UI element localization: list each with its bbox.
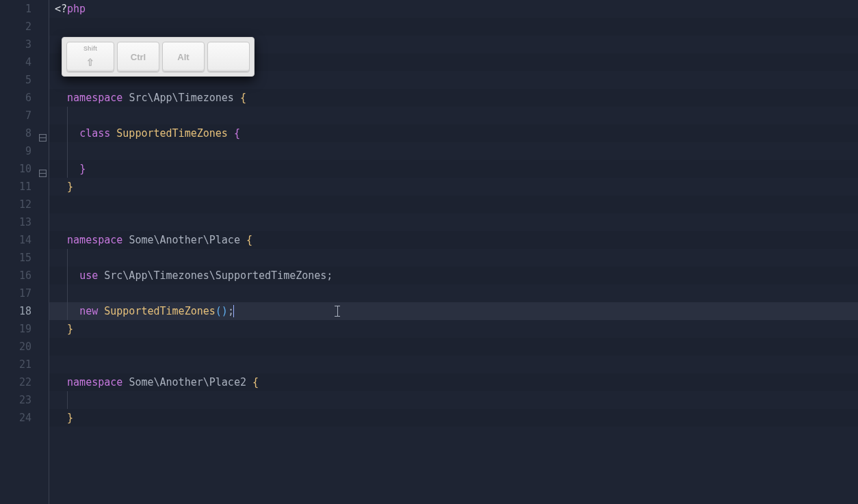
fold-gutter-cell bbox=[37, 53, 49, 71]
indent-guide bbox=[67, 302, 68, 320]
code-line[interactable] bbox=[49, 356, 858, 373]
indent-guide bbox=[67, 249, 68, 267]
line-number: 10 bbox=[0, 160, 31, 178]
code-line[interactable]: } bbox=[49, 178, 858, 196]
line-number: 24 bbox=[0, 409, 31, 427]
fold-gutter-cell bbox=[37, 249, 49, 267]
code-line[interactable]: namespace Src\App\Timezones { bbox=[49, 89, 858, 107]
text-caret bbox=[233, 305, 234, 317]
line-number: 20 bbox=[0, 338, 31, 356]
fold-gutter-cell bbox=[37, 356, 49, 373]
code-line[interactable] bbox=[49, 391, 858, 409]
fold-gutter-cell bbox=[37, 196, 49, 213]
fold-gutter-cell bbox=[37, 89, 49, 107]
line-number: 11 bbox=[0, 178, 31, 196]
fold-gutter-cell bbox=[37, 18, 49, 36]
fold-gutter-cell bbox=[37, 409, 49, 427]
line-number: 3 bbox=[0, 36, 31, 53]
fold-gutter-cell bbox=[37, 124, 49, 142]
code-line[interactable] bbox=[49, 196, 858, 213]
fold-gutter-cell bbox=[37, 284, 49, 302]
code-line[interactable]: } bbox=[49, 320, 858, 338]
fold-gutter-cell bbox=[37, 373, 49, 391]
line-number: 13 bbox=[0, 213, 31, 231]
line-number: 9 bbox=[0, 142, 31, 160]
line-number: 8 bbox=[0, 124, 31, 142]
fold-gutter-cell bbox=[37, 178, 49, 196]
shift-key: Shift ⇧ bbox=[66, 42, 114, 72]
fold-gutter-cell bbox=[37, 0, 49, 18]
line-number: 5 bbox=[0, 71, 31, 89]
blank-key bbox=[207, 42, 250, 72]
fold-gutter-cell bbox=[37, 320, 49, 338]
i-beam-cursor-icon bbox=[337, 306, 338, 317]
ctrl-key-label: Ctrl bbox=[131, 53, 146, 62]
shift-arrow-icon: ⇧ bbox=[86, 57, 94, 68]
code-line[interactable]: } bbox=[49, 409, 858, 427]
indent-guide bbox=[67, 107, 68, 124]
fold-gutter-cell bbox=[37, 267, 49, 284]
code-line[interactable] bbox=[49, 142, 858, 160]
line-number: 12 bbox=[0, 196, 31, 213]
indent-guide bbox=[67, 267, 68, 284]
indent-guide bbox=[67, 284, 68, 302]
line-number: 2 bbox=[0, 18, 31, 36]
line-number-gutter: 123456789101112131415161718192021222324 bbox=[0, 0, 37, 504]
code-line[interactable]: <?php bbox=[49, 0, 858, 18]
line-number: 7 bbox=[0, 107, 31, 124]
fold-gutter-cell bbox=[37, 391, 49, 409]
code-line[interactable] bbox=[49, 338, 858, 356]
line-number: 22 bbox=[0, 373, 31, 391]
indent-guide bbox=[67, 124, 68, 142]
alt-key: Alt bbox=[162, 42, 205, 72]
fold-gutter-cell bbox=[37, 338, 49, 356]
line-number: 15 bbox=[0, 249, 31, 267]
fold-gutter-cell bbox=[37, 231, 49, 249]
close-fold-icon[interactable] bbox=[39, 165, 47, 172]
line-number: 4 bbox=[0, 53, 31, 71]
code-line[interactable] bbox=[49, 284, 858, 302]
fold-gutter-cell bbox=[37, 213, 49, 231]
indent-guide bbox=[67, 142, 68, 160]
fold-gutter-cell bbox=[37, 160, 49, 178]
ctrl-key: Ctrl bbox=[117, 42, 159, 72]
code-line[interactable]: namespace Some\Another\Place2 { bbox=[49, 373, 858, 391]
fold-gutter-cell bbox=[37, 302, 49, 320]
shortcut-keys-overlay: Shift ⇧ Ctrl Alt bbox=[62, 37, 255, 77]
indent-guide bbox=[67, 160, 68, 178]
line-number: 23 bbox=[0, 391, 31, 409]
code-line[interactable] bbox=[49, 107, 858, 124]
line-number: 6 bbox=[0, 89, 31, 107]
line-number: 17 bbox=[0, 284, 31, 302]
fold-gutter bbox=[37, 0, 49, 504]
fold-gutter-cell bbox=[37, 36, 49, 53]
line-number: 16 bbox=[0, 267, 31, 284]
fold-gutter-cell bbox=[37, 107, 49, 124]
fold-gutter-cell bbox=[37, 71, 49, 89]
code-line[interactable]: class SupportedTimeZones { bbox=[49, 124, 858, 142]
code-line[interactable]: new SupportedTimeZones(); bbox=[49, 302, 858, 320]
code-line[interactable] bbox=[49, 18, 858, 36]
line-number: 18 bbox=[0, 302, 31, 320]
line-number: 14 bbox=[0, 231, 31, 249]
code-line[interactable]: use Src\App\Timezones\SupportedTimeZones… bbox=[49, 267, 858, 284]
indent-guide bbox=[67, 391, 68, 409]
code-line[interactable]: namespace Some\Another\Place { bbox=[49, 231, 858, 249]
line-number: 21 bbox=[0, 356, 31, 373]
fold-gutter-cell bbox=[37, 142, 49, 160]
code-line[interactable] bbox=[49, 213, 858, 231]
code-line[interactable]: } bbox=[49, 160, 858, 178]
close-fold-icon[interactable] bbox=[39, 129, 47, 137]
code-line[interactable] bbox=[49, 249, 858, 267]
alt-key-label: Alt bbox=[177, 53, 189, 62]
shift-key-label: Shift bbox=[83, 46, 97, 52]
line-number: 1 bbox=[0, 0, 31, 18]
line-number: 19 bbox=[0, 320, 31, 338]
